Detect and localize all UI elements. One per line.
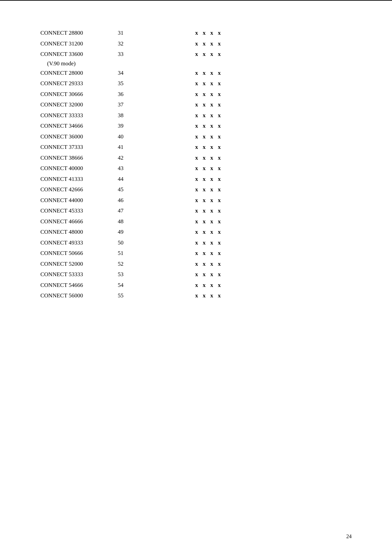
marker-x: x [210,228,213,236]
marker-x: x [218,39,221,48]
marker-x: x [203,281,206,290]
marker-x: x [203,291,206,300]
row-markers: xxxx [148,100,221,109]
marker-x: x [203,143,206,152]
table-row: CONNECT 3333338xxxx [40,110,352,121]
connect-label: CONNECT 28000 [40,69,114,77]
row-number: 51 [114,249,148,258]
row-markers: xxxx [148,132,221,141]
marker-x: x [218,238,221,247]
row-markers: xxxx [148,270,221,279]
table-row: CONNECT 3600040xxxx [40,131,352,142]
connect-label: CONNECT 38666 [40,154,114,162]
marker-x: x [218,50,221,59]
table-row: CONNECT 4133344xxxx [40,174,352,185]
marker-x: x [195,249,198,258]
marker-x: x [195,154,198,162]
marker-x: x [195,291,198,300]
marker-x: x [218,196,221,205]
marker-x: x [195,206,198,215]
marker-x: x [210,79,213,88]
row-number: 48 [114,217,148,226]
marker-x: x [210,175,213,184]
connect-label: CONNECT 29333 [40,79,114,88]
marker-x: x [203,69,206,77]
marker-x: x [218,291,221,300]
marker-x: x [210,238,213,247]
table-row: CONNECT 5066651xxxx [40,248,352,259]
marker-x: x [218,69,221,77]
marker-x: x [195,111,198,120]
row-number: 44 [114,175,148,184]
marker-x: x [218,164,221,173]
table-row: CONNECT 5600055xxxx [40,290,352,301]
marker-x: x [218,270,221,279]
page-number: 24 [346,533,352,540]
connect-label: CONNECT 42666 [40,185,114,194]
row-markers: xxxx [148,50,221,59]
table-row: CONNECT 4933350xxxx [40,237,352,248]
marker-x: x [218,154,221,162]
row-number: 52 [114,260,148,268]
marker-x: x [195,217,198,226]
marker-x: x [203,164,206,173]
row-markers: xxxx [148,79,221,88]
row-markers: xxxx [148,154,221,162]
connect-label: CONNECT 37333 [40,143,114,152]
marker-x: x [210,185,213,194]
marker-x: x [203,217,206,226]
row-number: 40 [114,132,148,141]
connect-label: CONNECT 46666 [40,217,114,226]
row-markers: xxxx [148,39,221,48]
row-number: 33 [114,50,148,59]
marker-x: x [195,39,198,48]
marker-x: x [218,281,221,290]
table-row: CONNECT 4266645xxxx [40,184,352,195]
table-row: CONNECT 3120032xxxx [40,38,352,49]
table-row: CONNECT 3066636xxxx [40,89,352,100]
row-number: 37 [114,100,148,109]
connect-label: CONNECT 56000 [40,291,114,300]
row-markers: xxxx [148,260,221,268]
marker-x: x [210,100,213,109]
marker-x: x [203,228,206,236]
connect-label: CONNECT 54666 [40,281,114,290]
row-number: 43 [114,164,148,173]
marker-x: x [218,249,221,258]
row-number: 32 [114,39,148,48]
marker-x: x [210,206,213,215]
marker-x: x [195,185,198,194]
marker-x: x [210,281,213,290]
marker-x: x [195,90,198,99]
row-number: 39 [114,122,148,130]
marker-x: x [203,50,206,59]
marker-x: x [195,132,198,141]
row-markers: xxxx [148,196,221,205]
marker-x: x [195,196,198,205]
connect-label: CONNECT 50666 [40,249,114,258]
marker-x: x [203,132,206,141]
connect-label: CONNECT 30666 [40,90,114,99]
marker-x: x [218,206,221,215]
marker-x: x [210,249,213,258]
row-markers: xxxx [148,238,221,247]
marker-x: x [203,122,206,130]
marker-x: x [210,217,213,226]
table-container: CONNECT 2880031xxxxCONNECT 3120032xxxxCO… [40,28,352,301]
row-markers: xxxx [148,175,221,184]
marker-x: x [203,206,206,215]
row-markers: xxxx [148,281,221,290]
marker-x: x [203,260,206,268]
row-markers: xxxx [148,228,221,236]
marker-x: x [218,29,221,37]
connect-label: CONNECT 40000 [40,164,114,173]
table-row: CONNECT 4800049xxxx [40,227,352,237]
connect-label: CONNECT 33600 [40,50,114,59]
marker-x: x [210,291,213,300]
marker-x: x [203,100,206,109]
marker-x: x [195,100,198,109]
marker-x: x [210,196,213,205]
row-number: 46 [114,196,148,205]
connect-label: CONNECT 32000 [40,100,114,109]
page: CONNECT 2880031xxxxCONNECT 3120032xxxxCO… [0,0,392,553]
